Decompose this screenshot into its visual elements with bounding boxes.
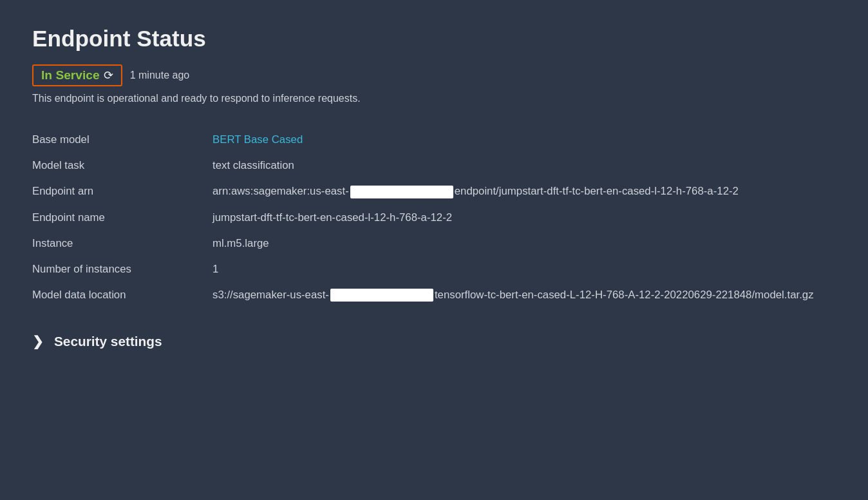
table-row-endpoint-arn: Endpoint arn arn:aws:sagemaker:us-east-e… xyxy=(32,178,836,205)
redacted-block-s3 xyxy=(330,289,433,302)
time-ago: 1 minute ago xyxy=(130,70,190,81)
status-description: This endpoint is operational and ready t… xyxy=(32,93,836,104)
field-value-endpoint-arn: arn:aws:sagemaker:us-east-endpoint/jumps… xyxy=(212,178,836,205)
field-value-num-instances: 1 xyxy=(212,256,836,282)
field-value-model-data: s3://sagemaker-us-east-tensorflow-tc-ber… xyxy=(212,282,836,309)
field-label-instance: Instance xyxy=(32,231,212,256)
table-row-num-instances: Number of instances 1 xyxy=(32,256,836,282)
chevron-right-icon: ❯ xyxy=(32,334,44,349)
field-value-model-task: text classification xyxy=(212,153,836,178)
details-table: Base model BERT Base Cased Model task te… xyxy=(32,127,836,308)
page-title: Endpoint Status xyxy=(32,26,836,52)
status-label: In Service xyxy=(41,68,100,82)
field-label-num-instances: Number of instances xyxy=(32,256,212,282)
field-label-base-model: Base model xyxy=(32,127,212,153)
field-value-instance: ml.m5.large xyxy=(212,231,836,256)
redacted-block-arn xyxy=(350,186,453,198)
field-label-endpoint-arn: Endpoint arn xyxy=(32,178,212,205)
field-value-endpoint-name: jumpstart-dft-tf-tc-bert-en-cased-l-12-h… xyxy=(212,205,836,231)
table-row-endpoint-name: Endpoint name jumpstart-dft-tf-tc-bert-e… xyxy=(32,205,836,231)
status-badge: In Service ⟳ xyxy=(32,64,122,86)
table-row-model-task: Model task text classification xyxy=(32,153,836,178)
base-model-link[interactable]: BERT Base Cased xyxy=(212,133,303,146)
field-label-endpoint-name: Endpoint name xyxy=(32,205,212,231)
field-label-model-task: Model task xyxy=(32,153,212,178)
table-row-model-data: Model data location s3://sagemaker-us-ea… xyxy=(32,282,836,309)
table-row-base-model: Base model BERT Base Cased xyxy=(32,127,836,153)
refresh-icon[interactable]: ⟳ xyxy=(104,69,113,82)
security-settings-section[interactable]: ❯ Security settings xyxy=(32,334,836,349)
status-row: In Service ⟳ 1 minute ago xyxy=(32,64,836,86)
security-settings-label: Security settings xyxy=(54,334,162,349)
table-row-instance: Instance ml.m5.large xyxy=(32,231,836,256)
field-value-base-model: BERT Base Cased xyxy=(212,127,836,153)
field-label-model-data: Model data location xyxy=(32,282,212,309)
